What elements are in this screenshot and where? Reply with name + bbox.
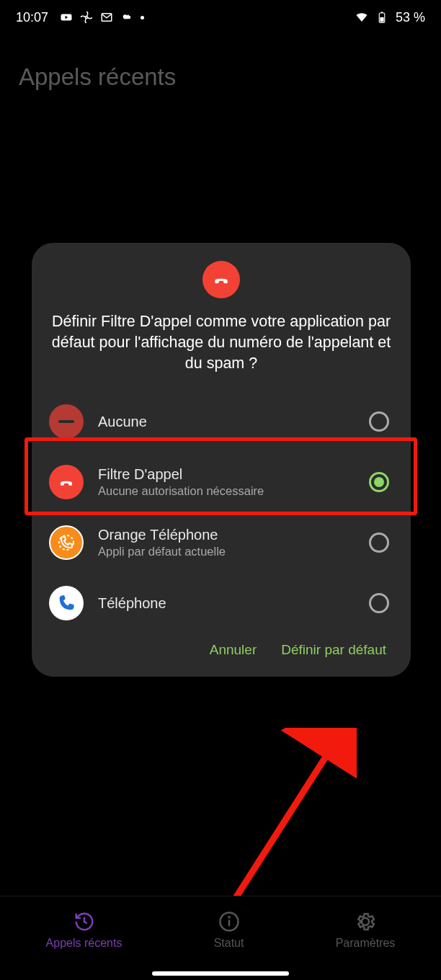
option-orange-telephone[interactable]: Orange Téléphone Appli par défaut actuel… [49,512,393,573]
hangup-icon [202,261,240,298]
set-default-button[interactable]: Définir par défaut [281,642,386,658]
option-telephone[interactable]: Téléphone [49,573,393,633]
history-icon [74,911,95,932]
option-sub: Appli par défaut actuelle [98,545,355,558]
option-aucune[interactable]: Aucune [49,391,393,452]
info-icon [218,911,240,932]
wifi-icon [355,11,368,24]
page-title: Appels récents [0,35,441,91]
status-right: 53 % [355,10,425,25]
status-left: 10:07 [16,10,144,25]
bottom-nav: Appels récents Statut Paramètres [0,896,441,964]
filtre-dappel-icon [49,465,84,499]
status-bar: 10:07 53 % [0,0,441,35]
telephone-icon [49,586,84,620]
option-name: Orange Téléphone [98,527,355,543]
radio-button[interactable] [369,593,389,613]
youtube-icon [60,11,73,24]
modal-actions: Annuler Définir par défaut [49,633,393,664]
home-indicator[interactable] [152,971,289,976]
weather-icon [120,11,133,24]
nav-recent-calls[interactable]: Appels récents [46,911,122,950]
modal-title: Définir Filtre D'appel comme votre appli… [49,311,393,391]
battery-icon [375,11,388,24]
radio-button[interactable] [369,411,389,432]
option-labels: Filtre D'appel Aucune autorisation néces… [98,466,355,498]
svg-rect-7 [380,17,383,22]
option-filtre-dappel[interactable]: Filtre D'appel Aucune autorisation néces… [49,452,393,512]
clock: 10:07 [16,10,48,25]
option-name: Téléphone [98,595,355,612]
battery-text: 53 % [396,10,425,25]
nav-label: Statut [214,937,244,950]
option-sub: Aucune autorisation nécessaire [98,484,355,498]
option-name: Filtre D'appel [98,466,355,483]
svg-point-13 [228,917,229,917]
nav-settings[interactable]: Paramètres [336,911,396,950]
svg-line-10 [227,736,339,912]
default-app-modal: Définir Filtre D'appel comme votre appli… [32,243,411,677]
option-labels: Téléphone [98,595,355,612]
svg-rect-6 [380,12,383,14]
nav-label: Paramètres [336,937,396,950]
more-dot-icon [141,16,144,19]
radio-button[interactable] [369,533,389,553]
orange-telephone-icon [49,525,84,560]
radio-button[interactable] [369,472,389,492]
gear-icon [355,911,376,932]
svg-point-2 [86,17,88,19]
nav-status[interactable]: Statut [214,911,244,950]
gmail-icon [100,11,113,24]
option-name: Aucune [98,414,355,430]
none-icon [49,404,84,439]
option-labels: Orange Téléphone Appli par défaut actuel… [98,527,355,558]
option-labels: Aucune [98,414,355,430]
nav-label: Appels récents [46,937,122,950]
modal-header-icon [49,261,393,298]
arrow-annotation [213,728,357,915]
fan-icon [80,11,93,24]
cancel-button[interactable]: Annuler [210,642,257,658]
